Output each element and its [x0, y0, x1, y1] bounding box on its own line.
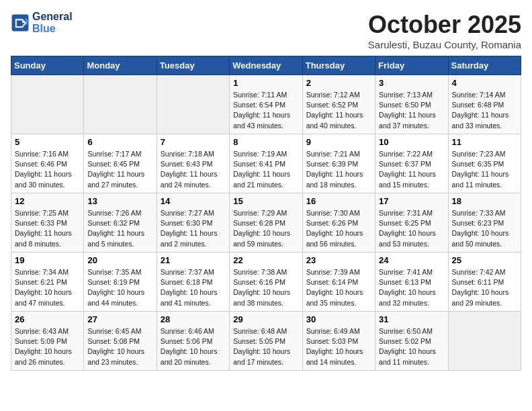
calendar-cell: 19Sunrise: 7:34 AM Sunset: 6:21 PM Dayli… [11, 253, 84, 312]
logo-text: General Blue [32, 11, 73, 35]
day-number: 16 [306, 196, 371, 206]
day-number: 20 [87, 255, 152, 265]
day-info: Sunrise: 7:23 AM Sunset: 6:35 PM Dayligh… [452, 149, 517, 190]
day-number: 22 [233, 255, 298, 265]
day-info: Sunrise: 7:11 AM Sunset: 6:54 PM Dayligh… [233, 90, 298, 131]
day-number: 17 [379, 196, 444, 206]
day-info: Sunrise: 7:29 AM Sunset: 6:28 PM Dayligh… [233, 208, 298, 249]
calendar-week-2: 5Sunrise: 7:16 AM Sunset: 6:46 PM Daylig… [11, 134, 521, 193]
calendar-cell: 29Sunrise: 6:48 AM Sunset: 5:05 PM Dayli… [230, 312, 302, 371]
day-number: 1 [233, 78, 298, 88]
day-info: Sunrise: 7:26 AM Sunset: 6:32 PM Dayligh… [87, 208, 152, 249]
day-number: 6 [87, 137, 152, 147]
day-number: 9 [306, 137, 371, 147]
calendar-cell: 6Sunrise: 7:17 AM Sunset: 6:45 PM Daylig… [84, 134, 157, 193]
day-info: Sunrise: 7:37 AM Sunset: 6:18 PM Dayligh… [161, 267, 226, 308]
weekday-header-friday: Friday [375, 56, 448, 75]
calendar-cell: 10Sunrise: 7:22 AM Sunset: 6:37 PM Dayli… [375, 134, 448, 193]
day-info: Sunrise: 7:38 AM Sunset: 6:16 PM Dayligh… [233, 267, 298, 308]
weekday-header-monday: Monday [84, 56, 157, 75]
calendar-header-row: SundayMondayTuesdayWednesdayThursdayFrid… [11, 56, 521, 75]
day-info: Sunrise: 7:39 AM Sunset: 6:14 PM Dayligh… [306, 267, 371, 308]
weekday-header-sunday: Sunday [11, 56, 84, 75]
calendar-cell: 2Sunrise: 7:12 AM Sunset: 6:52 PM Daylig… [302, 75, 375, 134]
day-info: Sunrise: 6:46 AM Sunset: 5:06 PM Dayligh… [161, 326, 226, 367]
calendar-week-4: 19Sunrise: 7:34 AM Sunset: 6:21 PM Dayli… [11, 253, 521, 312]
logo-icon [11, 13, 30, 32]
day-number: 30 [306, 314, 371, 324]
weekday-header-thursday: Thursday [302, 56, 375, 75]
day-number: 14 [161, 196, 226, 206]
calendar-cell: 27Sunrise: 6:45 AM Sunset: 5:08 PM Dayli… [84, 312, 157, 371]
calendar-cell: 16Sunrise: 7:30 AM Sunset: 6:26 PM Dayli… [302, 193, 375, 253]
day-number: 23 [306, 255, 371, 265]
logo: General Blue [11, 11, 73, 35]
day-info: Sunrise: 7:19 AM Sunset: 6:41 PM Dayligh… [233, 149, 298, 190]
day-info: Sunrise: 7:25 AM Sunset: 6:33 PM Dayligh… [15, 208, 80, 249]
day-info: Sunrise: 7:12 AM Sunset: 6:52 PM Dayligh… [306, 90, 371, 131]
day-number: 18 [452, 196, 517, 206]
calendar-table: SundayMondayTuesdayWednesdayThursdayFrid… [11, 56, 521, 371]
calendar-week-3: 12Sunrise: 7:25 AM Sunset: 6:33 PM Dayli… [11, 193, 521, 253]
calendar-week-1: 1Sunrise: 7:11 AM Sunset: 6:54 PM Daylig… [11, 75, 521, 134]
day-info: Sunrise: 7:34 AM Sunset: 6:21 PM Dayligh… [15, 267, 80, 308]
day-info: Sunrise: 7:35 AM Sunset: 6:19 PM Dayligh… [87, 267, 152, 308]
calendar-cell: 1Sunrise: 7:11 AM Sunset: 6:54 PM Daylig… [230, 75, 302, 134]
calendar-cell: 15Sunrise: 7:29 AM Sunset: 6:28 PM Dayli… [230, 193, 302, 253]
day-info: Sunrise: 7:30 AM Sunset: 6:26 PM Dayligh… [306, 208, 371, 249]
calendar-cell: 11Sunrise: 7:23 AM Sunset: 6:35 PM Dayli… [448, 134, 521, 193]
weekday-header-tuesday: Tuesday [157, 56, 229, 75]
calendar-cell: 5Sunrise: 7:16 AM Sunset: 6:46 PM Daylig… [11, 134, 84, 193]
location-subtitle: Sarulesti, Buzau County, Romania [368, 39, 521, 50]
calendar-cell [157, 75, 229, 134]
month-title: October 2025 [368, 11, 521, 39]
day-info: Sunrise: 6:45 AM Sunset: 5:08 PM Dayligh… [87, 326, 152, 367]
calendar-cell: 24Sunrise: 7:41 AM Sunset: 6:13 PM Dayli… [375, 253, 448, 312]
calendar-cell: 31Sunrise: 6:50 AM Sunset: 5:02 PM Dayli… [375, 312, 448, 371]
day-number: 26 [15, 314, 80, 324]
calendar-cell: 4Sunrise: 7:14 AM Sunset: 6:48 PM Daylig… [448, 75, 521, 134]
calendar-cell: 18Sunrise: 7:33 AM Sunset: 6:23 PM Dayli… [448, 193, 521, 253]
day-number: 7 [161, 137, 226, 147]
day-info: Sunrise: 7:21 AM Sunset: 6:39 PM Dayligh… [306, 149, 371, 190]
day-info: Sunrise: 6:48 AM Sunset: 5:05 PM Dayligh… [233, 326, 298, 367]
day-number: 19 [15, 255, 80, 265]
calendar-cell: 9Sunrise: 7:21 AM Sunset: 6:39 PM Daylig… [302, 134, 375, 193]
day-info: Sunrise: 7:42 AM Sunset: 6:11 PM Dayligh… [452, 267, 517, 308]
day-info: Sunrise: 7:33 AM Sunset: 6:23 PM Dayligh… [452, 208, 517, 249]
day-number: 5 [15, 137, 80, 147]
calendar-cell: 14Sunrise: 7:27 AM Sunset: 6:30 PM Dayli… [157, 193, 229, 253]
calendar-cell: 20Sunrise: 7:35 AM Sunset: 6:19 PM Dayli… [84, 253, 157, 312]
day-number: 24 [379, 255, 444, 265]
calendar-cell: 23Sunrise: 7:39 AM Sunset: 6:14 PM Dayli… [302, 253, 375, 312]
calendar-cell: 30Sunrise: 6:49 AM Sunset: 5:03 PM Dayli… [302, 312, 375, 371]
day-number: 25 [452, 255, 517, 265]
day-number: 8 [233, 137, 298, 147]
calendar-cell: 17Sunrise: 7:31 AM Sunset: 6:25 PM Dayli… [375, 193, 448, 253]
day-info: Sunrise: 7:14 AM Sunset: 6:48 PM Dayligh… [452, 90, 517, 131]
day-number: 12 [15, 196, 80, 206]
calendar-cell [448, 312, 521, 371]
calendar-cell: 12Sunrise: 7:25 AM Sunset: 6:33 PM Dayli… [11, 193, 84, 253]
calendar-cell: 7Sunrise: 7:18 AM Sunset: 6:43 PM Daylig… [157, 134, 229, 193]
day-info: Sunrise: 7:13 AM Sunset: 6:50 PM Dayligh… [379, 90, 444, 131]
title-block: October 2025 Sarulesti, Buzau County, Ro… [368, 11, 521, 50]
day-number: 4 [452, 78, 517, 88]
day-number: 13 [87, 196, 152, 206]
calendar-cell: 3Sunrise: 7:13 AM Sunset: 6:50 PM Daylig… [375, 75, 448, 134]
calendar-cell: 8Sunrise: 7:19 AM Sunset: 6:41 PM Daylig… [230, 134, 302, 193]
weekday-header-wednesday: Wednesday [230, 56, 302, 75]
calendar-cell: 22Sunrise: 7:38 AM Sunset: 6:16 PM Dayli… [230, 253, 302, 312]
day-info: Sunrise: 7:17 AM Sunset: 6:45 PM Dayligh… [87, 149, 152, 190]
calendar-cell: 25Sunrise: 7:42 AM Sunset: 6:11 PM Dayli… [448, 253, 521, 312]
day-number: 10 [379, 137, 444, 147]
day-number: 31 [379, 314, 444, 324]
day-info: Sunrise: 6:50 AM Sunset: 5:02 PM Dayligh… [379, 326, 444, 367]
day-number: 3 [379, 78, 444, 88]
day-number: 2 [306, 78, 371, 88]
day-number: 11 [452, 137, 517, 147]
day-number: 27 [87, 314, 152, 324]
day-number: 15 [233, 196, 298, 206]
calendar-cell [84, 75, 157, 134]
day-info: Sunrise: 7:27 AM Sunset: 6:30 PM Dayligh… [161, 208, 226, 249]
